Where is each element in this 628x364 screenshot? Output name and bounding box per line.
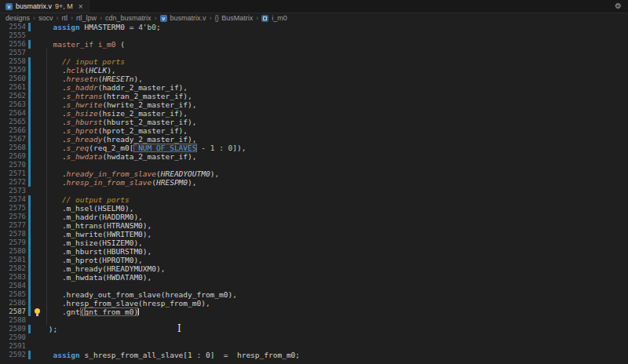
- code-line[interactable]: 2582 .m_hready(HREADYMUXM0),: [0, 264, 628, 273]
- code-text[interactable]: .m_hsize(HSIZEM0),: [44, 238, 143, 247]
- code-line[interactable]: 2585 .hready_out_from_slave(hready_from_…: [0, 290, 628, 299]
- code-text[interactable]: .s_hwrite(hwrite_2_master_if),: [44, 100, 196, 109]
- code-token: (haddr_2_master_if),: [98, 83, 188, 92]
- code-text[interactable]: .hresetn(HRESETn),: [44, 75, 143, 83]
- code-line[interactable]: 2559 .hclk(HCLK),: [0, 66, 628, 75]
- gear-icon[interactable]: ⚙: [615, 2, 622, 11]
- code-token: s_req: [67, 144, 89, 152]
- code-line[interactable]: 2555: [0, 31, 628, 40]
- code-line[interactable]: 2583 .m_hwdata(HWDATAM0),: [0, 273, 628, 282]
- code-text[interactable]: .hclk(HCLK),: [44, 66, 116, 75]
- breadcrumb-item-socv[interactable]: socv: [38, 14, 53, 22]
- code-text[interactable]: .hready_out_from_slave(hready_from_m0),: [44, 290, 237, 299]
- code-line[interactable]: 2572 .hresp_in_from_slave(HRESPM0),: [0, 178, 628, 187]
- code-editor[interactable]: 2554 assign HMASTERM0 = 4'b0;25552556 ma…: [0, 23, 628, 364]
- code-line[interactable]: 2573: [0, 187, 628, 195]
- code-token: 4'b0: [138, 23, 156, 31]
- code-line[interactable]: 2557: [0, 49, 628, 57]
- breadcrumb-item-designs[interactable]: designs: [5, 14, 30, 22]
- code-line[interactable]: 2569 .s_hwdata(hwdata_2_master_if),: [0, 152, 628, 161]
- code-text[interactable]: .hready_in_from_slave(HREADYOUTM0),: [44, 169, 219, 178]
- code-line[interactable]: 2571 .hready_in_from_slave(HREADYOUTM0),: [0, 169, 628, 178]
- code-line[interactable]: 2576 .m_haddr(HADDRM0),: [0, 213, 628, 221]
- code-line[interactable]: 2590: [0, 333, 628, 342]
- code-line[interactable]: 2561 .s_haddr(haddr_2_master_if),: [0, 83, 628, 92]
- code-text[interactable]: // output ports: [44, 195, 130, 204]
- code-line[interactable]: 2558 // input ports: [0, 57, 628, 66]
- git-modified-indicator: [28, 273, 31, 282]
- code-text[interactable]: .m_hwrite(HWRITEM0),: [44, 230, 152, 238]
- code-line[interactable]: 2589 );: [0, 325, 628, 333]
- code-text[interactable]: .s_req(req_2_m0[`NUM_OF_SLAVES - 1 : 0])…: [44, 144, 246, 152]
- code-line[interactable]: 2586 .hresp_from_slave(hresp_from_m0),: [0, 299, 628, 308]
- gutter: [26, 83, 31, 92]
- code-line[interactable]: 2580 .m_hburst(HBURSTM0),: [0, 247, 628, 256]
- code-text[interactable]: .s_hsize(hsize_2_master_if),: [44, 109, 188, 118]
- code-text[interactable]: assign HMASTERM0 = 4'b0;: [44, 23, 161, 31]
- code-text[interactable]: .gnt(gnt_from_m0): [44, 308, 139, 316]
- code-line[interactable]: 2570: [0, 161, 628, 169]
- tab-bar: v busmatrix.v 9+, M × ⚙: [0, 0, 628, 13]
- code-line[interactable]: 2581 .m_hprot(HPROTM0),: [0, 256, 628, 264]
- code-text[interactable]: master_if i_m0 (: [44, 40, 125, 49]
- code-line[interactable]: 2562 .s_htrans(htran_2_master_if),: [0, 92, 628, 100]
- code-line[interactable]: 2564 .s_hsize(hsize_2_master_if),: [0, 109, 628, 118]
- code-line[interactable]: 2592 assign s_hresp_from_all_slave[1 : 0…: [0, 351, 628, 359]
- lightbulb-icon[interactable]: [35, 308, 40, 314]
- code-line[interactable]: 2577 .m_htrans(HTRANSM0),: [0, 221, 628, 230]
- code-line[interactable]: 2568 .s_req(req_2_m0[`NUM_OF_SLAVES - 1 …: [0, 144, 628, 152]
- code-text[interactable]: .m_hsel(HSELM0),: [44, 204, 133, 213]
- code-text[interactable]: .s_hprot(hprot_2_master_if),: [44, 126, 188, 135]
- code-text[interactable]: .hresp_from_slave(hresp_from_m0),: [44, 299, 210, 308]
- code-text[interactable]: .m_haddr(HADDRM0),: [44, 213, 143, 221]
- glyph-margin: [31, 92, 44, 100]
- code-line[interactable]: 2560 .hresetn(HRESETn),: [0, 75, 628, 83]
- code-token: HRESETn: [102, 75, 133, 83]
- code-line[interactable]: 2575 .m_hsel(HSELM0),: [0, 204, 628, 213]
- breadcrumb-item-busmatrix-module[interactable]: BusMatrix: [221, 14, 253, 22]
- code-line[interactable]: 2591: [0, 342, 628, 351]
- code-text[interactable]: .s_hwdata(hwdata_2_master_if),: [44, 152, 196, 161]
- code-text[interactable]: .m_hready(HREADYMUXM0),: [44, 264, 165, 273]
- code-line[interactable]: 2567 .s_hready(hready_2_master_if),: [0, 135, 628, 144]
- code-line[interactable]: 2588: [0, 316, 628, 325]
- code-text[interactable]: .m_hwdata(HWDATAM0),: [44, 273, 152, 282]
- code-text[interactable]: .s_haddr(haddr_2_master_if),: [44, 83, 188, 92]
- code-line[interactable]: 2565 .s_hburst(hburst_2_master_if),: [0, 118, 628, 126]
- code-line[interactable]: 2579 .m_hsize(HSIZEM0),: [0, 238, 628, 247]
- code-text[interactable]: // input ports: [44, 57, 125, 66]
- gutter: [26, 290, 31, 299]
- code-token: hresetn: [67, 75, 98, 83]
- code-line[interactable]: 2563 .s_hwrite(hwrite_2_master_if),: [0, 100, 628, 109]
- breadcrumb-item-rtl-lpw[interactable]: rtl_lpw: [76, 14, 97, 22]
- glyph-margin: [31, 282, 44, 290]
- code-text[interactable]: .m_hprot(HPROTM0),: [44, 256, 143, 264]
- code-line[interactable]: 2556 master_if i_m0 (: [0, 40, 628, 49]
- tab-busmatrix[interactable]: v busmatrix.v 9+, M ×: [0, 0, 89, 13]
- code-line[interactable]: 2587 .gnt(gnt_from_m0): [0, 308, 628, 316]
- code-line[interactable]: 2566 .s_hprot(hprot_2_master_if),: [0, 126, 628, 135]
- code-text[interactable]: assign s_hresp_from_all_slave[1 : 0] = h…: [44, 351, 300, 359]
- code-line[interactable]: 2554 assign HMASTERM0 = 4'b0;: [0, 23, 628, 31]
- code-line[interactable]: 2578 .m_hwrite(HWRITEM0),: [0, 230, 628, 238]
- line-number: 2557: [0, 49, 26, 57]
- code-text[interactable]: );: [44, 325, 57, 333]
- gutter: [26, 187, 31, 195]
- code-text[interactable]: .s_htrans(htran_2_master_if),: [44, 92, 192, 100]
- glyph-margin: [31, 31, 44, 40]
- code-text[interactable]: .m_hburst(HBURSTM0),: [44, 247, 152, 256]
- breadcrumb-item-file[interactable]: busmatrix.v: [170, 14, 206, 22]
- code-text[interactable]: .m_htrans(HTRANSM0),: [44, 221, 152, 230]
- text-cursor: [138, 308, 139, 315]
- breadcrumb-item-i-m0[interactable]: i_m0: [272, 14, 287, 22]
- line-number: 2583: [0, 273, 26, 282]
- breadcrumb-item-rtl[interactable]: rtl: [62, 14, 68, 22]
- line-number: 2586: [0, 299, 26, 308]
- breadcrumb-item-cdn-busmatrix[interactable]: cdn_busmatrix: [105, 14, 152, 22]
- code-line[interactable]: 2574 // output ports: [0, 195, 628, 204]
- code-text[interactable]: .hresp_in_from_slave(HRESPM0),: [44, 178, 197, 187]
- code-text[interactable]: .s_hready(hready_2_master_if),: [44, 135, 196, 144]
- code-line[interactable]: 2584: [0, 282, 628, 290]
- close-icon[interactable]: ×: [78, 2, 83, 11]
- code-text[interactable]: .s_hburst(hburst_2_master_if),: [44, 118, 196, 126]
